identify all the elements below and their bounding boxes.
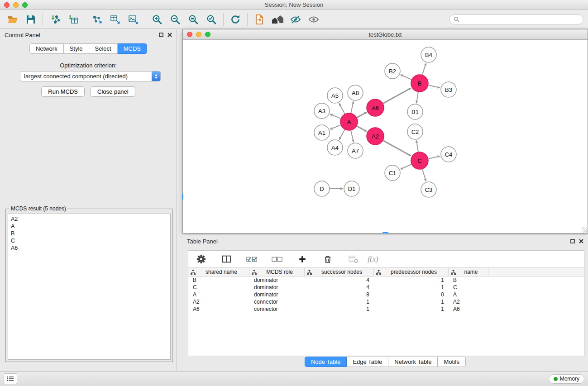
table-panel-header: Table Panel bbox=[182, 235, 588, 247]
column-type-icon bbox=[376, 270, 381, 275]
close-table-panel-button[interactable] bbox=[579, 239, 583, 243]
result-item[interactable]: A bbox=[11, 223, 167, 230]
edge-A-A7[interactable] bbox=[351, 131, 353, 140]
mcds-result-list: A2ABCA6 bbox=[8, 214, 171, 360]
float-panel-button[interactable] bbox=[159, 33, 163, 37]
node-label-A7: A7 bbox=[352, 148, 359, 154]
float-table-panel-button[interactable] bbox=[570, 239, 575, 243]
column-header-MCDS-role[interactable]: MCDS role bbox=[249, 268, 305, 276]
close-panel-button[interactable] bbox=[167, 33, 172, 37]
deselect-all-button[interactable] bbox=[270, 253, 284, 266]
zoom-fit-selected-button[interactable] bbox=[204, 13, 219, 26]
edge-A-A1[interactable] bbox=[332, 125, 340, 128]
close-panel-action-button[interactable]: Close panel bbox=[91, 86, 135, 97]
file-import-button[interactable] bbox=[252, 13, 267, 26]
tab-edge-table[interactable]: Edge Table bbox=[347, 357, 388, 367]
edge-B-B2[interactable] bbox=[403, 76, 411, 80]
table-cell: 0 bbox=[374, 291, 449, 298]
table-row[interactable]: A2connector11A2 bbox=[188, 298, 584, 305]
table-cell: dominator bbox=[249, 284, 305, 291]
save-session-button[interactable] bbox=[24, 13, 38, 26]
edge-B-B3[interactable] bbox=[429, 85, 438, 87]
delete-column-button[interactable] bbox=[320, 253, 335, 266]
column-header-successor-nodes[interactable]: successor nodes bbox=[305, 268, 374, 276]
edge-B-B1[interactable] bbox=[417, 92, 418, 101]
tab-node-table[interactable]: Node Table bbox=[305, 357, 347, 367]
table-row[interactable]: Adominator80A bbox=[188, 291, 584, 298]
edge-C-C1[interactable] bbox=[403, 164, 411, 168]
birds-eye-view-button[interactable] bbox=[306, 13, 321, 26]
export-image-button[interactable] bbox=[126, 13, 140, 26]
import-table-button[interactable] bbox=[66, 13, 80, 26]
edge-A2-C[interactable] bbox=[383, 141, 409, 155]
toolbar-search[interactable] bbox=[449, 14, 583, 24]
import-network-button[interactable] bbox=[48, 13, 62, 26]
zoom-out-button[interactable] bbox=[168, 13, 182, 26]
zoom-actual-size-button[interactable] bbox=[186, 13, 201, 26]
search-input[interactable] bbox=[462, 16, 579, 23]
zoom-in-button[interactable] bbox=[150, 13, 164, 26]
node-label-C3: C3 bbox=[425, 186, 433, 193]
column-header-name[interactable]: name bbox=[449, 268, 488, 276]
memory-button[interactable]: Memory bbox=[549, 374, 584, 384]
status-bar: Memory bbox=[0, 371, 588, 386]
tab-select[interactable]: Select bbox=[89, 43, 118, 54]
edge-C-C3[interactable] bbox=[422, 169, 425, 179]
add-column-button[interactable] bbox=[295, 253, 310, 266]
export-image-icon bbox=[128, 14, 139, 25]
export-network-button[interactable] bbox=[90, 13, 104, 26]
node-label-A8: A8 bbox=[352, 90, 359, 96]
table-cell: A bbox=[449, 291, 488, 298]
edge-A-A4[interactable] bbox=[340, 130, 345, 138]
edge-C-C4[interactable] bbox=[429, 157, 438, 158]
table-row[interactable]: A6connector11A6 bbox=[188, 305, 584, 313]
table-settings-button[interactable] bbox=[194, 253, 208, 266]
delete-table-button[interactable] bbox=[346, 253, 360, 266]
result-item[interactable]: B bbox=[11, 230, 167, 237]
edge-A6-B[interactable] bbox=[383, 89, 409, 103]
toolbar-separator bbox=[85, 13, 85, 26]
tab-motifs[interactable]: Motifs bbox=[438, 357, 466, 367]
edge-A-A6[interactable] bbox=[357, 114, 365, 118]
column-header-predecessor-nodes[interactable]: predecessor nodes bbox=[374, 268, 449, 276]
select-all-button[interactable] bbox=[244, 253, 259, 266]
edge-A-A5[interactable] bbox=[340, 105, 345, 114]
edge-A-A2[interactable] bbox=[357, 126, 365, 130]
task-history-button[interactable] bbox=[4, 373, 17, 384]
eye-slash-icon bbox=[290, 14, 301, 25]
tab-network[interactable]: Network bbox=[29, 43, 64, 54]
function-builder-button[interactable]: f(x) bbox=[368, 255, 378, 264]
table-body: Bdominator41BCdominator41CAdominator80AA… bbox=[188, 276, 584, 313]
details-toggle-button[interactable] bbox=[288, 13, 303, 26]
show-columns-button[interactable] bbox=[219, 253, 234, 266]
refresh-view-button[interactable] bbox=[228, 13, 243, 26]
edge-A-A8[interactable] bbox=[351, 104, 353, 113]
table-tabs: Node TableEdge TableNetwork TableMotifs bbox=[182, 357, 588, 367]
criterion-select[interactable]: largest connected component (directed) bbox=[20, 71, 161, 81]
export-table-button[interactable] bbox=[108, 13, 122, 26]
tab-network-table[interactable]: Network Table bbox=[388, 357, 438, 367]
network-canvas[interactable]: B4B2BB3A5A8A6B1A3AC2A1A2A4A7C4CC1C3DD1 bbox=[183, 40, 588, 233]
run-mcds-button[interactable]: Run MCDS bbox=[41, 86, 85, 97]
criterion-selected-value: largest connected component (directed) bbox=[20, 73, 152, 80]
edge-A-A3[interactable] bbox=[332, 115, 340, 118]
result-item[interactable]: A2 bbox=[11, 215, 167, 223]
home-view-button[interactable] bbox=[270, 13, 285, 26]
search-icon bbox=[454, 16, 459, 22]
tab-mcds[interactable]: MCDS bbox=[118, 43, 147, 54]
result-item[interactable]: A6 bbox=[11, 244, 167, 252]
resize-handle[interactable] bbox=[582, 227, 587, 233]
open-session-button[interactable] bbox=[5, 13, 20, 26]
edge-B-B4[interactable] bbox=[422, 66, 425, 75]
edge-C-C2[interactable] bbox=[417, 143, 418, 152]
export-table-icon bbox=[110, 14, 120, 25]
table-row[interactable]: Bdominator41B bbox=[188, 276, 584, 284]
splitter-handle[interactable] bbox=[182, 194, 183, 200]
table-row[interactable]: Cdominator41C bbox=[188, 284, 584, 291]
control-panel-header: Control Panel bbox=[0, 29, 177, 41]
tab-style[interactable]: Style bbox=[64, 43, 89, 54]
column-header-shared-name[interactable]: shared name bbox=[188, 268, 249, 276]
window-titlebar: Session: New Session bbox=[0, 0, 588, 10]
result-item[interactable]: C bbox=[11, 237, 167, 244]
splitter-handle[interactable] bbox=[382, 232, 388, 234]
